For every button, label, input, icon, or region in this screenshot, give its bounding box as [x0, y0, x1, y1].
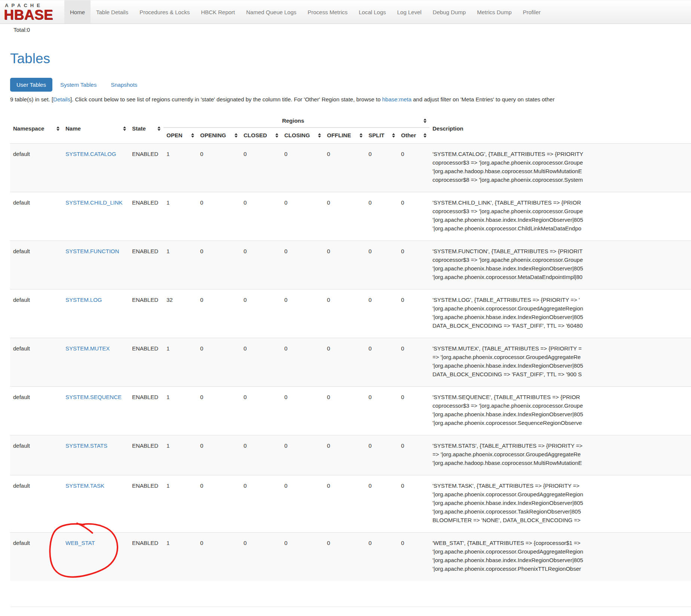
- cell-closed[interactable]: 0: [241, 435, 281, 475]
- cell-open[interactable]: 1: [163, 533, 197, 581]
- column-header-state[interactable]: State: [129, 114, 163, 144]
- cell-opening[interactable]: 0: [197, 241, 241, 289]
- cell-split[interactable]: 0: [366, 241, 398, 289]
- cell-closed[interactable]: 0: [241, 289, 281, 338]
- sort-icon[interactable]: [392, 133, 395, 138]
- nav-item-hbck-report[interactable]: HBCK Report: [195, 0, 241, 24]
- cell-other[interactable]: 0: [398, 435, 429, 475]
- cell-other[interactable]: 0: [398, 387, 429, 435]
- cell-closed[interactable]: 0: [241, 192, 281, 241]
- sort-icon[interactable]: [235, 133, 238, 138]
- nav-item-process-metrics[interactable]: Process Metrics: [302, 0, 353, 24]
- column-header-regions-group[interactable]: Regions: [163, 114, 429, 128]
- cell-split[interactable]: 0: [366, 144, 398, 192]
- cell-other[interactable]: 0: [398, 338, 429, 387]
- nav-item-local-logs[interactable]: Local Logs: [353, 0, 392, 24]
- cell-other[interactable]: 0: [398, 192, 429, 241]
- tab-user-tables[interactable]: User Tables: [10, 78, 52, 92]
- sort-icon[interactable]: [424, 119, 426, 123]
- cell-split[interactable]: 0: [366, 475, 398, 533]
- column-header-opening[interactable]: OPENING: [197, 128, 241, 144]
- table-name-link[interactable]: SYSTEM.CATALOG: [65, 151, 116, 157]
- cell-offline[interactable]: 0: [324, 533, 366, 581]
- cell-split[interactable]: 0: [366, 387, 398, 435]
- nav-item-log-level[interactable]: Log Level: [392, 0, 427, 24]
- nav-item-procedures-locks[interactable]: Procedures & Locks: [134, 0, 195, 24]
- column-header-split[interactable]: SPLIT: [366, 128, 398, 144]
- cell-closed[interactable]: 0: [241, 241, 281, 289]
- cell-open[interactable]: 1: [163, 192, 197, 241]
- cell-other[interactable]: 0: [398, 144, 429, 192]
- sort-icon[interactable]: [318, 133, 321, 138]
- sort-icon[interactable]: [424, 133, 426, 138]
- cell-open[interactable]: 1: [163, 387, 197, 435]
- table-name-link[interactable]: SYSTEM.FUNCTION: [65, 248, 119, 254]
- cell-closing[interactable]: 0: [281, 338, 324, 387]
- table-name-link[interactable]: SYSTEM.LOG: [65, 297, 102, 303]
- cell-closed[interactable]: 0: [241, 533, 281, 581]
- column-header-offline[interactable]: OFFLINE: [324, 128, 366, 144]
- cell-split[interactable]: 0: [366, 533, 398, 581]
- column-header-other[interactable]: Other: [398, 128, 429, 144]
- cell-offline[interactable]: 0: [324, 475, 366, 533]
- sort-icon[interactable]: [191, 133, 194, 138]
- table-name-link[interactable]: SYSTEM.CHILD_LINK: [65, 199, 123, 206]
- nav-item-profiler[interactable]: Profiler: [517, 0, 547, 24]
- cell-open[interactable]: 1: [163, 144, 197, 192]
- cell-closed[interactable]: 0: [241, 387, 281, 435]
- cell-open[interactable]: 1: [163, 338, 197, 387]
- nav-item-table-details[interactable]: Table Details: [91, 0, 134, 24]
- cell-closing[interactable]: 0: [281, 475, 324, 533]
- column-header-name[interactable]: Name: [62, 114, 129, 144]
- cell-split[interactable]: 0: [366, 435, 398, 475]
- cell-closing[interactable]: 0: [281, 435, 324, 475]
- sort-icon[interactable]: [123, 126, 126, 131]
- cell-offline[interactable]: 0: [324, 144, 366, 192]
- table-name-link[interactable]: WEB_STAT: [65, 540, 95, 546]
- cell-open[interactable]: 32: [163, 289, 197, 338]
- cell-offline[interactable]: 0: [324, 338, 366, 387]
- hbase-meta-link[interactable]: hbase:meta: [382, 96, 411, 102]
- column-header-closed[interactable]: CLOSED: [241, 128, 281, 144]
- cell-closing[interactable]: 0: [281, 241, 324, 289]
- sort-icon[interactable]: [158, 126, 160, 131]
- cell-closing[interactable]: 0: [281, 387, 324, 435]
- cell-offline[interactable]: 0: [324, 289, 366, 338]
- cell-closed[interactable]: 0: [241, 338, 281, 387]
- cell-other[interactable]: 0: [398, 475, 429, 533]
- cell-opening[interactable]: 0: [197, 192, 241, 241]
- cell-offline[interactable]: 0: [324, 241, 366, 289]
- cell-closed[interactable]: 0: [241, 144, 281, 192]
- sort-icon[interactable]: [56, 126, 59, 131]
- cell-open[interactable]: 1: [163, 435, 197, 475]
- cell-closing[interactable]: 0: [281, 144, 324, 192]
- details-link[interactable]: Details: [53, 96, 70, 102]
- cell-other[interactable]: 0: [398, 289, 429, 338]
- table-name-link[interactable]: SYSTEM.TASK: [65, 482, 104, 489]
- cell-open[interactable]: 1: [163, 241, 197, 289]
- cell-offline[interactable]: 0: [324, 192, 366, 241]
- cell-opening[interactable]: 0: [197, 387, 241, 435]
- cell-opening[interactable]: 0: [197, 144, 241, 192]
- tab-system-tables[interactable]: System Tables: [54, 78, 103, 92]
- cell-split[interactable]: 0: [366, 338, 398, 387]
- cell-open[interactable]: 1: [163, 475, 197, 533]
- cell-opening[interactable]: 0: [197, 475, 241, 533]
- cell-other[interactable]: 0: [398, 241, 429, 289]
- sort-icon[interactable]: [275, 133, 278, 138]
- cell-split[interactable]: 0: [366, 192, 398, 241]
- cell-opening[interactable]: 0: [197, 289, 241, 338]
- hbase-logo[interactable]: APACHE HBASE: [0, 0, 64, 24]
- cell-other[interactable]: 0: [398, 533, 429, 581]
- column-header-closing[interactable]: CLOSING: [281, 128, 324, 144]
- cell-offline[interactable]: 0: [324, 387, 366, 435]
- column-header-namespace[interactable]: Namespace: [10, 114, 62, 144]
- tab-snapshots[interactable]: Snapshots: [104, 78, 144, 92]
- table-name-link[interactable]: SYSTEM.MUTEX: [65, 345, 110, 352]
- cell-opening[interactable]: 0: [197, 533, 241, 581]
- nav-item-home[interactable]: Home: [64, 0, 91, 24]
- sort-icon[interactable]: [360, 133, 363, 138]
- cell-split[interactable]: 0: [366, 289, 398, 338]
- nav-item-metrics-dump[interactable]: Metrics Dump: [471, 0, 517, 24]
- cell-opening[interactable]: 0: [197, 338, 241, 387]
